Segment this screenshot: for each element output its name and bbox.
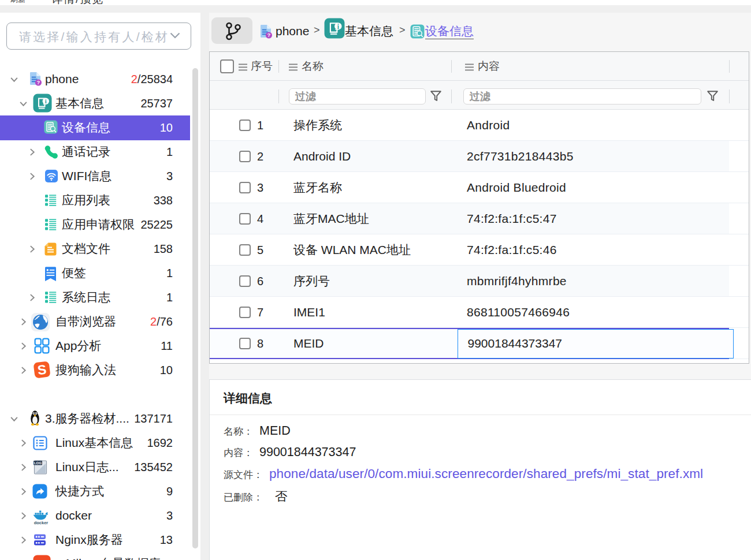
svg-text:LOG: LOG	[34, 461, 42, 465]
svg-text:?: ?	[267, 32, 270, 38]
svg-text:?: ?	[36, 79, 40, 85]
svg-text:S: S	[36, 362, 47, 378]
svg-text:docker: docker	[34, 520, 49, 525]
svg-text:i: i	[45, 98, 47, 104]
